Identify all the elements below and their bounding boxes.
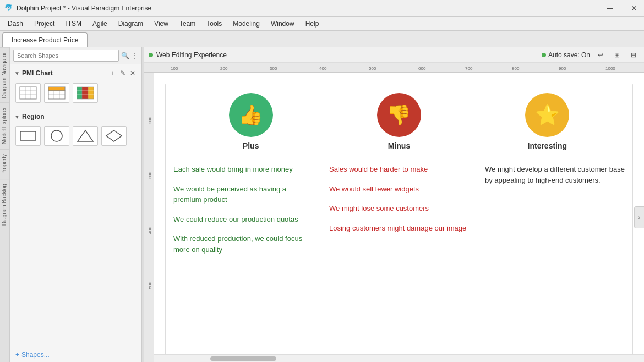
search-input[interactable] [13,50,119,62]
pmi-section-header[interactable]: ▼ PMI Chart + ✎ ✕ [13,67,138,80]
close-button[interactable]: ✕ [629,3,640,14]
ruler-h-marks: 100 200 300 400 500 600 700 800 900 1000 [154,63,644,72]
scrollbar-thumb[interactable] [210,356,276,361]
collapse-panel-button[interactable]: › [634,206,644,228]
plus-icon-circle: 👍 [229,93,273,137]
vruler-300: 300 [148,172,152,179]
ruler-mark-100: 100 [171,66,178,71]
minus-item-2[interactable]: We would sell fewer widgets [329,184,469,195]
forward-button[interactable]: ⊞ [611,49,623,61]
menu-project[interactable]: Project [29,18,60,29]
autosave-indicator [542,53,546,57]
svg-rect-12 [88,87,94,99]
delete-section-btn[interactable]: ✕ [128,69,137,78]
pmi-minus-header: 👎 Minus [325,93,473,150]
plus-item-4[interactable]: With reduced production, we could focus … [173,233,313,255]
minus-label: Minus [388,141,410,150]
plus-item-3[interactable]: We could reduce our production quotas [173,214,313,225]
minus-item-1[interactable]: Sales would be harder to make [329,164,469,175]
shape-thumb-table1[interactable] [15,83,41,103]
vtab-diagram-navigator[interactable]: Diagram Navigator [0,47,9,102]
scrollbar-area [154,354,644,362]
ruler-mark-300: 300 [270,66,277,71]
svg-rect-5 [48,87,65,91]
menu-window[interactable]: Window [265,18,300,29]
menu-agile[interactable]: Agile [87,18,113,29]
ruler-mark-900: 900 [559,66,566,71]
vtab-diagram-backlog[interactable]: Diagram Backlog [0,179,9,230]
tab-increase-product-price[interactable]: Increase Product Price [2,32,88,47]
menu-itsm[interactable]: ITSM [60,18,87,29]
menu-help[interactable]: Help [300,18,325,29]
plus-icon: 👍 [238,103,263,127]
pmi-section-arrow: ▼ [14,70,20,76]
shapes-search-row: 🔍 ⋮ [10,47,141,64]
pmi-shapes-grid [13,80,138,106]
shapes-menu-icon[interactable]: ⋮ [132,52,138,59]
shape-thumb-triangle[interactable] [73,126,98,146]
shape-thumb-table2[interactable] [44,83,69,103]
minus-item-3[interactable]: We might lose some customers [329,203,469,214]
diagram-inner[interactable]: 👍 Plus 👎 Minus ⭐ [154,73,644,362]
plus-item-2[interactable]: We would be perceived as having a premiu… [173,184,313,205]
canvas-area: Web Editing Experience Auto save: On ↩ ⊞… [144,47,644,362]
region-section-label: Region [22,113,137,120]
search-icon[interactable]: 🔍 [121,52,129,59]
vruler-200: 200 [148,117,152,124]
pmi-plus-header: 👍 Plus [177,93,325,150]
add-section-btn[interactable]: + [108,69,117,78]
menu-team[interactable]: Team [174,18,201,29]
svg-rect-15 [20,131,36,140]
add-shapes-button[interactable]: + Shapes... [10,348,141,362]
interesting-item-1[interactable]: We might develop a different customer ba… [485,164,625,185]
vtab-property[interactable]: Property [0,149,9,179]
ruler-mark-800: 800 [512,66,519,71]
region-shapes-grid [13,123,138,149]
plus-item-1[interactable]: Each sale would bring in more money [173,164,313,175]
maximize-button[interactable]: □ [616,3,627,14]
edit-section-btn[interactable]: ✎ [118,69,127,78]
vtab-model-explorer[interactable]: Model Explorer [0,102,9,149]
vruler-400: 400 [148,227,152,234]
shape-thumb-rect[interactable] [15,126,41,146]
plus-label: Plus [243,141,259,150]
interesting-label: Interesting [528,141,567,150]
layout-button[interactable]: ⊟ [627,49,640,61]
shapes-section-region: ▼ Region [10,108,141,151]
region-section-arrow: ▼ [14,114,20,120]
minimize-button[interactable]: — [604,3,615,14]
menu-dash[interactable]: Dash [2,18,29,29]
pmi-plus-column: Each sale would bring in more money We w… [166,155,321,362]
pmi-minus-column: Sales would be harder to make We would s… [321,155,477,362]
svg-point-16 [51,130,62,141]
shape-thumb-table3[interactable] [73,83,98,103]
app-title: Dolphin Project * - Visual Paradigm Ente… [17,4,604,12]
autosave-label: Auto save: On [548,51,590,59]
shape-thumb-diamond[interactable] [101,126,127,146]
shapes-panel: 🔍 ⋮ ▼ PMI Chart + ✎ ✕ [10,47,142,362]
horizontal-scrollbar[interactable] [154,354,644,362]
menu-modeling[interactable]: Modeling [227,18,265,29]
pmi-chart-body: Each sale would bring in more money We w… [166,155,632,362]
menu-view[interactable]: View [149,18,174,29]
title-bar: 🐬 Dolphin Project * - Visual Paradigm En… [0,0,644,17]
menu-diagram[interactable]: Diagram [113,18,149,29]
diagram-content: 200 300 400 500 👍 Plus [144,73,644,362]
autosave-badge: Auto save: On [542,51,590,59]
interesting-icon-circle: ⭐ [525,93,569,137]
region-section-header[interactable]: ▼ Region [13,111,138,123]
canvas-toolbar: Web Editing Experience Auto save: On ↩ ⊞… [144,47,644,63]
ruler-mark-200: 200 [220,66,227,71]
pmi-chart[interactable]: 👍 Plus 👎 Minus ⭐ [165,84,633,362]
back-button[interactable]: ↩ [594,49,607,61]
add-icon: + [15,351,19,359]
menu-tools[interactable]: Tools [201,18,227,29]
shape-thumb-circle[interactable] [44,126,69,146]
interesting-icon: ⭐ [535,103,560,127]
ruler-area: 100 200 300 400 500 600 700 800 900 1000 [144,63,644,73]
minus-icon: 👎 [386,103,411,127]
minus-item-4[interactable]: Losing customers might damage our image [329,223,469,234]
web-editing-label: Web Editing Experience [156,51,227,59]
tab-bar: Increase Product Price [0,31,644,47]
main-layout: Diagram Navigator Model Explorer Propert… [0,47,644,362]
